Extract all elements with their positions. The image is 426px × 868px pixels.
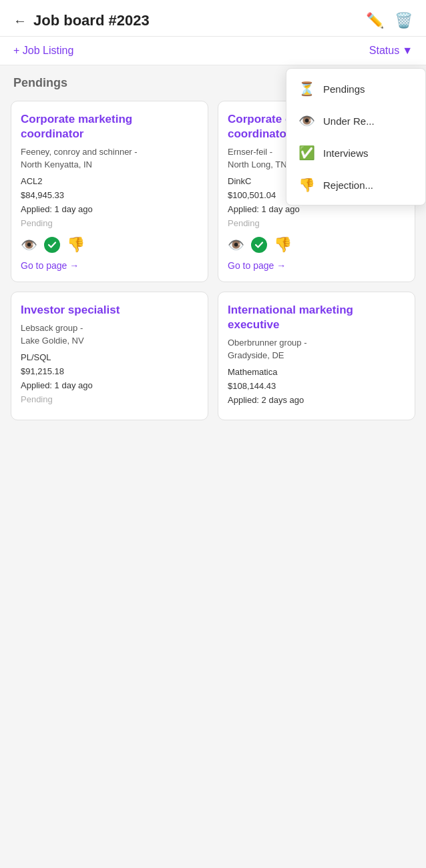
card-1-actions: 👁️ 👎 [228, 236, 405, 254]
card-3-title: International marketing executive [228, 303, 405, 332]
edit-icon[interactable]: ✏️ [366, 12, 384, 29]
card-1-go-to-page[interactable]: Go to page → [228, 260, 405, 271]
card-3-salary: $108,144.43 [228, 381, 405, 391]
card-0-company: Feeney, conroy and schinner - [21, 147, 198, 157]
card-0-check-icon[interactable] [44, 237, 60, 253]
card-1-applied: Applied: 1 day ago [228, 204, 405, 214]
card-3-applied: Applied: 2 days ago [228, 395, 405, 405]
card-0-review-icon[interactable]: 👁️ [21, 237, 37, 253]
chevron-down-icon: ▼ [402, 45, 413, 57]
dropdown-label-rejections: Rejection... [323, 179, 373, 191]
delete-icon[interactable]: 🗑️ [395, 12, 413, 29]
card-0-salary: $84,945.33 [21, 190, 198, 200]
card-2-salary: $91,215.18 [21, 366, 198, 376]
status-dropdown-menu: ⏳ Pendings 👁️ Under Re... ✅ Interviews 👎… [286, 68, 426, 205]
card-0-status: Pending [21, 218, 198, 228]
check-circle-icon: ✅ [298, 145, 315, 161]
dropdown-item-interviews[interactable]: ✅ Interviews [286, 137, 425, 169]
card-3-skill: Mathematica [228, 367, 405, 377]
dropdown-item-under-review[interactable]: 👁️ Under Re... [286, 105, 425, 137]
card-2-company: Lebsack group - [21, 323, 198, 333]
card-2-skill: PL/SQL [21, 352, 198, 362]
card-3-location: Gradyside, DE [228, 350, 405, 360]
card-0-skill: ACL2 [21, 176, 198, 186]
job-card-0: Corporate marketing coordinator Feeney, … [11, 101, 208, 282]
job-card-3: International marketing executive Oberbr… [218, 292, 415, 420]
card-1-check-icon[interactable] [251, 237, 267, 253]
card-1-reject-icon[interactable]: 👎 [274, 236, 292, 254]
card-0-applied: Applied: 1 day ago [21, 204, 198, 214]
card-2-title: Investor specialist [21, 303, 198, 318]
card-3-company: Oberbrunner group - [228, 338, 405, 348]
job-listing-button[interactable]: + Job Listing [13, 45, 73, 57]
eye-icon: 👁️ [298, 113, 315, 129]
card-1-status: Pending [228, 218, 405, 228]
card-2-location: Lake Goldie, NV [21, 336, 198, 346]
dropdown-label-under-review: Under Re... [323, 115, 375, 127]
card-2-applied: Applied: 1 day ago [21, 380, 198, 390]
dropdown-label-pendings: Pendings [323, 83, 365, 95]
card-1-review-icon[interactable]: 👁️ [228, 237, 244, 253]
card-2-status: Pending [21, 394, 198, 404]
page-title: Job board #2023 [33, 12, 366, 29]
header-icons: ✏️ 🗑️ [366, 12, 413, 29]
thumbs-down-icon: 👎 [298, 177, 315, 193]
back-button[interactable]: ← [13, 13, 27, 29]
toolbar: + Job Listing Status ▼ [0, 37, 426, 65]
job-card-2: Investor specialist Lebsack group - Lake… [11, 292, 208, 420]
dropdown-label-interviews: Interviews [323, 147, 369, 159]
card-0-reject-icon[interactable]: 👎 [67, 236, 85, 254]
hourglass-icon: ⏳ [298, 81, 315, 97]
dropdown-item-rejections[interactable]: 👎 Rejection... [286, 169, 425, 201]
dropdown-item-pendings[interactable]: ⏳ Pendings [286, 73, 425, 105]
status-dropdown-button[interactable]: Status ▼ [369, 45, 413, 57]
card-0-location: North Kenyatta, IN [21, 159, 198, 169]
header: ← Job board #2023 ✏️ 🗑️ [0, 0, 426, 37]
card-0-go-to-page[interactable]: Go to page → [21, 260, 198, 271]
card-0-actions: 👁️ 👎 [21, 236, 198, 254]
card-0-title: Corporate marketing coordinator [21, 112, 198, 141]
